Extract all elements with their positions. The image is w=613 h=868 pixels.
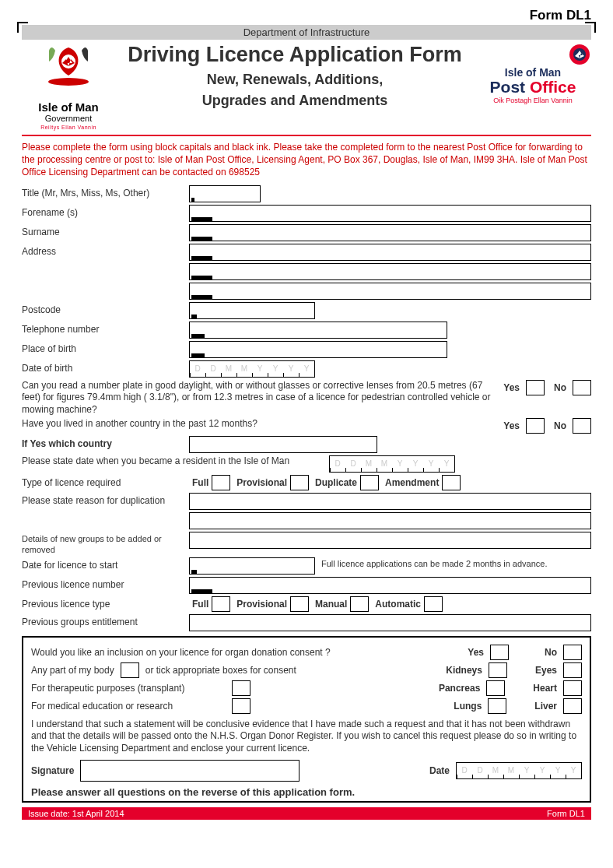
eyesight-yes-checkbox[interactable] bbox=[526, 380, 545, 395]
type-provisional-checkbox[interactable] bbox=[290, 475, 309, 490]
label-telephone: Telephone number bbox=[22, 322, 189, 335]
postcode-field[interactable] bbox=[189, 302, 315, 319]
signature-date-field[interactable]: DDMMYYYY bbox=[456, 762, 582, 779]
crop-mark bbox=[17, 22, 28, 33]
organ-anypart-checkbox[interactable] bbox=[121, 662, 139, 678]
organ-yes-checkbox[interactable] bbox=[490, 645, 509, 660]
post-office-emblem-icon bbox=[568, 43, 591, 66]
dup-reason-field-2[interactable] bbox=[189, 512, 591, 529]
label-date: Date bbox=[429, 765, 450, 776]
dup-reason-field-1[interactable] bbox=[189, 493, 591, 510]
country-field[interactable] bbox=[189, 436, 377, 453]
address-field-2[interactable] bbox=[189, 263, 591, 280]
crest-icon bbox=[38, 43, 99, 99]
svg-point-1 bbox=[48, 78, 89, 86]
prev-full-checkbox[interactable] bbox=[212, 596, 230, 612]
organ-liver-checkbox[interactable] bbox=[563, 698, 582, 714]
organ-kidneys-checkbox[interactable] bbox=[489, 662, 507, 678]
label-surname: Surname bbox=[22, 224, 189, 237]
form-code-top: Form DL1 bbox=[22, 8, 591, 23]
label-groups: Details of new groups to be added or rem… bbox=[22, 532, 189, 554]
form-subtitle-2: Upgrades and Amendments bbox=[115, 93, 475, 109]
start-date-note: Full licence applications can be made 2 … bbox=[321, 557, 591, 568]
address-field-3[interactable] bbox=[189, 283, 591, 300]
label-ifyes-country: If Yes which country bbox=[22, 436, 189, 449]
footer-bar: Issue date: 1st April 2014 Form DL1 bbox=[22, 807, 591, 820]
surname-field[interactable] bbox=[189, 224, 591, 241]
divider bbox=[22, 135, 591, 136]
organ-medical-checkbox[interactable] bbox=[232, 698, 250, 714]
address-field-1[interactable] bbox=[189, 244, 591, 261]
resident-date-field[interactable]: DDMMYYYY bbox=[329, 455, 455, 473]
organ-pancreas-checkbox[interactable] bbox=[486, 680, 505, 696]
department-header: Department of Infrastructure bbox=[22, 25, 591, 40]
forename-field[interactable] bbox=[189, 205, 591, 222]
label-prev-number: Previous licence number bbox=[22, 577, 189, 590]
prev-provisional-checkbox[interactable] bbox=[290, 596, 309, 612]
title-field[interactable] bbox=[189, 185, 261, 202]
label-postcode: Postcode bbox=[22, 302, 189, 315]
resident-date-label: Please state date when you became a resi… bbox=[22, 455, 329, 468]
prev-automatic-checkbox[interactable] bbox=[424, 596, 443, 612]
eyesight-no-checkbox[interactable] bbox=[573, 380, 591, 395]
label-dob: Date of birth bbox=[22, 360, 189, 374]
organ-question: Would you like an inclusion on your lice… bbox=[31, 647, 461, 658]
prev-manual-checkbox[interactable] bbox=[350, 596, 369, 612]
type-duplicate-checkbox[interactable] bbox=[360, 475, 379, 490]
organ-therapeutic-checkbox[interactable] bbox=[232, 680, 250, 696]
label-address: Address bbox=[22, 244, 189, 257]
instructions: Please complete the form using block cap… bbox=[22, 141, 591, 179]
abroad-yes-checkbox[interactable] bbox=[526, 418, 545, 434]
label-signature: Signature bbox=[31, 765, 74, 776]
gov-crest-block: Isle of Man Government Reiltys Ellan Van… bbox=[22, 43, 115, 130]
form-title: Driving Licence Application Form bbox=[115, 43, 475, 67]
organ-donation-section: Would you like an inclusion on your lice… bbox=[22, 636, 591, 803]
prev-number-field[interactable] bbox=[189, 577, 591, 594]
eyesight-question: Can you read a number plate in good dayl… bbox=[22, 380, 494, 416]
organ-heart-checkbox[interactable] bbox=[563, 680, 582, 696]
declaration-text: I understand that such a statement will … bbox=[31, 719, 582, 755]
crop-mark bbox=[585, 22, 596, 33]
post-office-block: Isle of Man Post Office Oik Postagh Ella… bbox=[475, 43, 591, 104]
label-title: Title (Mr, Mrs, Miss, Ms, Other) bbox=[22, 185, 189, 199]
dob-field[interactable]: DDMMYYYY bbox=[189, 360, 315, 378]
pob-field[interactable] bbox=[189, 341, 447, 358]
groups-field[interactable] bbox=[189, 532, 591, 549]
organ-no-checkbox[interactable] bbox=[563, 645, 582, 660]
label-prev-groups: Previous groups entitlement bbox=[22, 614, 189, 627]
type-amendment-checkbox[interactable] bbox=[442, 475, 461, 490]
telephone-field[interactable] bbox=[189, 322, 447, 339]
label-forename: Forename (s) bbox=[22, 205, 189, 218]
form-subtitle-1: New, Renewals, Additions, bbox=[115, 72, 475, 88]
title-block: Driving Licence Application Form New, Re… bbox=[115, 43, 475, 114]
label-licence-type: Type of licence required bbox=[22, 475, 189, 488]
label-start-date: Date for licence to start bbox=[22, 557, 189, 571]
signature-field[interactable] bbox=[80, 760, 299, 782]
label-pob: Place of birth bbox=[22, 341, 189, 354]
organ-lungs-checkbox[interactable] bbox=[488, 698, 506, 714]
label-dup-reason: Please state reason for duplication bbox=[22, 493, 189, 506]
start-date-field[interactable] bbox=[189, 557, 315, 575]
organ-eyes-checkbox[interactable] bbox=[563, 662, 582, 678]
type-full-checkbox[interactable] bbox=[212, 475, 230, 490]
abroad-question: Have you lived in another country in the… bbox=[22, 418, 494, 430]
abroad-no-checkbox[interactable] bbox=[573, 418, 591, 434]
reverse-note: Please answer all questions on the rever… bbox=[31, 786, 582, 798]
label-prev-type: Previous licence type bbox=[22, 596, 189, 610]
prev-groups-field[interactable] bbox=[189, 614, 591, 631]
